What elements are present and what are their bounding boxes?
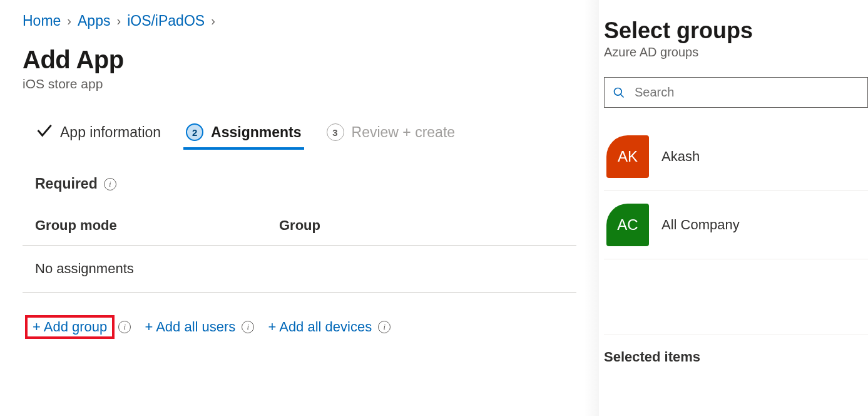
search-input[interactable] — [604, 77, 868, 108]
chevron-right-icon: › — [116, 14, 121, 28]
panel-subtitle: Azure AD groups — [604, 45, 868, 60]
breadcrumb-home[interactable]: Home — [23, 13, 61, 29]
assignment-actions: + Add group i + Add all users i + Add al… — [23, 315, 576, 339]
section-required-label: Required — [35, 175, 98, 192]
assignments-empty-row: No assignments — [23, 246, 576, 293]
tab-label: Review + create — [352, 124, 456, 141]
svg-line-1 — [621, 94, 624, 97]
group-item-akash[interactable]: AK Akash — [604, 123, 868, 191]
tab-review-create[interactable]: 3 Review + create — [327, 123, 456, 148]
search-icon — [613, 86, 625, 99]
group-list: AK Akash AC All Company — [604, 123, 868, 259]
selected-items-heading: Selected items — [604, 335, 868, 365]
section-required-heading: Required i — [35, 175, 576, 192]
checkmark-icon — [35, 122, 53, 143]
tab-app-information[interactable]: App information — [35, 122, 161, 150]
breadcrumb-platform[interactable]: iOS/iPadOS — [127, 13, 205, 29]
step-number-badge: 2 — [186, 123, 203, 141]
info-icon[interactable]: i — [118, 321, 131, 333]
chevron-right-icon: › — [67, 14, 71, 28]
info-icon[interactable]: i — [242, 321, 254, 333]
search-field-wrapper — [604, 77, 868, 108]
assignments-table-header: Group mode Group — [23, 217, 576, 246]
panel-title: Select groups — [604, 18, 868, 44]
group-item-all-company[interactable]: AC All Company — [604, 191, 868, 259]
breadcrumb-apps[interactable]: Apps — [78, 13, 110, 29]
tab-label: App information — [60, 124, 161, 141]
page-title: Add App — [23, 46, 576, 74]
svg-point-0 — [615, 88, 622, 95]
highlight-add-group: + Add group — [25, 315, 115, 339]
breadcrumb: Home › Apps › iOS/iPadOS › — [23, 13, 576, 29]
info-icon[interactable]: i — [378, 321, 391, 333]
group-name: Akash — [661, 148, 700, 165]
info-icon[interactable]: i — [104, 178, 116, 190]
tab-assignments[interactable]: 2 Assignments — [186, 123, 301, 148]
column-group: Group — [279, 217, 320, 234]
chevron-right-icon: › — [211, 14, 215, 28]
select-groups-panel: Select groups Azure AD groups AK Akash A… — [599, 0, 868, 416]
page-subtitle: iOS store app — [23, 76, 576, 91]
add-all-devices-link[interactable]: + Add all devices — [265, 318, 374, 336]
add-group-link[interactable]: + Add group — [30, 318, 110, 336]
tab-label: Assignments — [211, 124, 301, 141]
group-name: All Company — [661, 217, 740, 233]
add-all-users-link[interactable]: + Add all users — [142, 318, 238, 336]
avatar: AC — [606, 204, 649, 246]
step-number-badge: 3 — [327, 123, 344, 141]
column-group-mode: Group mode — [35, 217, 279, 234]
wizard-tabs: App information 2 Assignments 3 Review +… — [23, 122, 576, 150]
avatar: AK — [606, 135, 649, 178]
